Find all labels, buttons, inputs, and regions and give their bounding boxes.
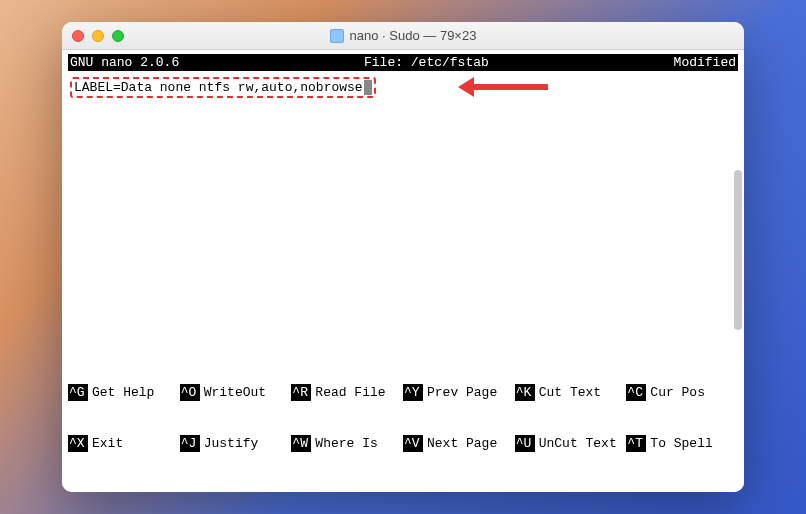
shortcut-key: ^G [68, 384, 88, 401]
nano-status: Modified [674, 54, 736, 71]
shortcut-key: ^W [291, 435, 311, 452]
shortcut-label: UnCut Text [535, 435, 617, 452]
shortcut-uncut-text[interactable]: ^U UnCut Text [515, 435, 627, 452]
shortcut-label: Where Is [311, 435, 377, 452]
close-icon[interactable] [72, 30, 84, 42]
window-title-text: nano · Sudo — 79×23 [350, 28, 477, 43]
shortcut-label: Exit [88, 435, 123, 452]
shortcut-key: ^K [515, 384, 535, 401]
shortcut-label: Next Page [423, 435, 497, 452]
terminal-surface[interactable]: GNU nano 2.0.6 File: /etc/fstab Modified… [62, 50, 744, 492]
shortcut-cur-pos[interactable]: ^C Cur Pos [626, 384, 738, 401]
maximize-icon[interactable] [112, 30, 124, 42]
shortcut-key: ^C [626, 384, 646, 401]
editor-area[interactable]: LABEL=Data none ntfs rw,auto,nobrowse [68, 71, 738, 348]
shortcut-label: Justify [200, 435, 259, 452]
nano-header: GNU nano 2.0.6 File: /etc/fstab Modified [68, 54, 738, 71]
shortcut-key: ^U [515, 435, 535, 452]
shortcut-key: ^V [403, 435, 423, 452]
editor-line: LABEL=Data none ntfs rw,auto,nobrowse [74, 80, 363, 95]
shortcut-get-help[interactable]: ^G Get Help [68, 384, 180, 401]
shortcut-cut-text[interactable]: ^K Cut Text [515, 384, 627, 401]
shortcut-label: WriteOut [200, 384, 266, 401]
nano-file: File: /etc/fstab [179, 54, 673, 71]
shortcut-row: ^G Get Help ^O WriteOut ^R Read File ^Y … [68, 384, 738, 401]
shortcut-read-file[interactable]: ^R Read File [291, 384, 403, 401]
text-cursor [364, 80, 372, 95]
minimize-icon[interactable] [92, 30, 104, 42]
shortcut-key: ^X [68, 435, 88, 452]
shortcut-justify[interactable]: ^J Justify [180, 435, 292, 452]
shortcut-bar: ^G Get Help ^O WriteOut ^R Read File ^Y … [68, 348, 738, 486]
annotation-highlight: LABEL=Data none ntfs rw,auto,nobrowse [70, 77, 376, 98]
shortcut-next-page[interactable]: ^V Next Page [403, 435, 515, 452]
shortcut-key: ^T [626, 435, 646, 452]
shortcut-label: Cut Text [535, 384, 601, 401]
shortcut-label: Get Help [88, 384, 154, 401]
document-icon [330, 29, 344, 43]
window-title: nano · Sudo — 79×23 [62, 28, 744, 43]
shortcut-label: Read File [311, 384, 385, 401]
nano-version: GNU nano 2.0.6 [70, 54, 179, 71]
shortcut-label: Prev Page [423, 384, 497, 401]
shortcut-to-spell[interactable]: ^T To Spell [626, 435, 738, 452]
shortcut-where-is[interactable]: ^W Where Is [291, 435, 403, 452]
shortcut-exit[interactable]: ^X Exit [68, 435, 180, 452]
shortcut-key: ^O [180, 384, 200, 401]
shortcut-label: To Spell [646, 435, 712, 452]
titlebar: nano · Sudo — 79×23 [62, 22, 744, 50]
scrollbar[interactable] [734, 170, 742, 330]
shortcut-key: ^J [180, 435, 200, 452]
shortcut-label: Cur Pos [646, 384, 705, 401]
shortcut-key: ^Y [403, 384, 423, 401]
shortcut-row: ^X Exit ^J Justify ^W Where Is ^V Next P… [68, 435, 738, 452]
shortcut-prev-page[interactable]: ^Y Prev Page [403, 384, 515, 401]
traffic-lights [72, 30, 124, 42]
annotation-arrow [458, 77, 548, 97]
shortcut-writeout[interactable]: ^O WriteOut [180, 384, 292, 401]
terminal-window: nano · Sudo — 79×23 GNU nano 2.0.6 File:… [62, 22, 744, 492]
shortcut-key: ^R [291, 384, 311, 401]
